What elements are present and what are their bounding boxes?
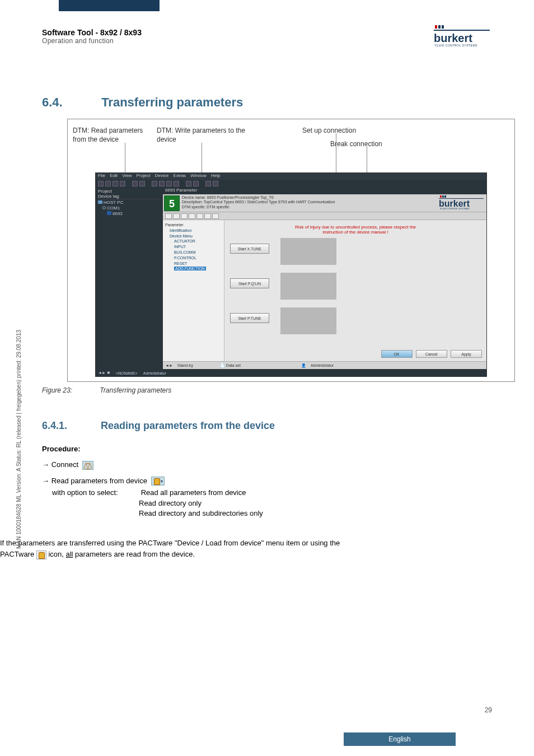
arrow-icon: → xyxy=(42,477,51,485)
burkert-logo: burkert FLUID CONTROL SYSTEMS xyxy=(434,25,490,48)
toolbar-icon[interactable] xyxy=(174,181,179,186)
tree-item[interactable]: ACTUATOR xyxy=(165,239,222,244)
dtm-toolbar xyxy=(163,212,486,220)
menu-project[interactable]: Project xyxy=(137,173,151,178)
menu-help[interactable]: Help xyxy=(211,173,220,178)
tree-item[interactable]: Device Menu xyxy=(165,234,222,239)
figure-caption: Figure 23: Transferring parameters xyxy=(42,386,171,394)
toolbar-icon[interactable] xyxy=(120,181,125,186)
side-metadata: MAN 1000184628 ML Version: A Status: RL … xyxy=(16,330,22,549)
label: Device name: xyxy=(182,195,206,199)
svg-rect-1 xyxy=(438,25,441,29)
svg-rect-7 xyxy=(442,195,444,198)
procedure-heading: Procedure: xyxy=(42,445,263,453)
warning-text: Risk of injury due to uncontrolled proce… xyxy=(230,225,481,235)
read-params-icon[interactable] xyxy=(159,181,165,186)
step-connect: Connect xyxy=(51,460,78,469)
device-desc-value: TopControl Types 8693 / SideControl Type… xyxy=(204,200,335,204)
annot-setup: Set up connection xyxy=(302,127,356,136)
image-placeholder xyxy=(280,307,336,334)
tree-host[interactable]: HOST PC xyxy=(98,200,161,205)
project-panel-header: Project xyxy=(98,189,161,194)
menu-view[interactable]: View xyxy=(122,173,132,178)
menu-extras[interactable]: Extras xyxy=(173,173,186,178)
dtm-tool-icon[interactable] xyxy=(204,213,211,219)
write-params-icon[interactable] xyxy=(166,181,172,186)
ok-button[interactable]: OK xyxy=(381,350,413,358)
parameter-content: Risk of injury due to uncontrolled proce… xyxy=(224,220,486,361)
toolbar-icon[interactable] xyxy=(105,181,111,186)
app-main: 8693 Parameter 5 Device name: 8693 Posit… xyxy=(163,188,486,369)
annot-break: Break connection xyxy=(330,140,382,149)
doc-subtitle: Operation and function xyxy=(42,37,490,45)
tree-root[interactable]: Parameter xyxy=(165,222,222,228)
tree-item[interactable]: P.CONTROL xyxy=(165,255,222,261)
project-col-header: Device tag xyxy=(98,194,161,199)
pactware-load-icon xyxy=(36,550,46,559)
dtm-tool-icon[interactable] xyxy=(173,213,180,219)
language-tab: English xyxy=(344,732,456,746)
toolbar-icon[interactable] xyxy=(132,181,138,186)
main-tab[interactable]: 8693 Parameter xyxy=(163,188,486,194)
subsection-title: Reading parameters from the device xyxy=(101,420,275,431)
menu-window[interactable]: Window xyxy=(190,173,206,178)
subsection-number: 6.4.1. xyxy=(42,420,98,432)
step-read: Read parameters from device xyxy=(51,477,147,485)
dtm-tool-icon[interactable] xyxy=(212,213,219,219)
host-icon xyxy=(98,200,102,204)
svg-rect-8 xyxy=(444,195,446,198)
footer-admin: Administrator xyxy=(143,371,166,375)
status-standby: Stand-by xyxy=(177,363,193,367)
apply-button[interactable]: Apply xyxy=(451,350,482,358)
tree-item[interactable]: BUS.COMM xyxy=(165,250,222,255)
app-toolbar xyxy=(96,180,486,188)
tree-device[interactable]: 8693 xyxy=(98,211,161,216)
toolbar-icon[interactable] xyxy=(98,181,104,186)
figure-label: Figure 23: xyxy=(42,386,98,394)
annot-write: DTM: Write parameters to the device xyxy=(157,127,252,144)
dtm-tool-icon[interactable] xyxy=(181,213,188,219)
figure-text: Transferring parameters xyxy=(100,386,171,394)
svg-rect-2 xyxy=(442,25,444,29)
dtm-tool-icon[interactable] xyxy=(165,213,172,219)
start-pqlin-button[interactable]: Start P.Q'LIN xyxy=(230,278,269,288)
option-2: Read directory only xyxy=(139,499,202,507)
tree-item[interactable]: RESET xyxy=(165,261,222,267)
status-admin: Administrator xyxy=(311,363,334,367)
label: Description: xyxy=(182,200,203,204)
dtm-spec-value: DTM specific xyxy=(207,205,229,209)
tree-com[interactable]: COM1 xyxy=(98,206,161,211)
menu-device[interactable]: Device xyxy=(155,173,168,178)
footer-noname: <NONAME> xyxy=(116,371,138,375)
connect-icon[interactable] xyxy=(205,181,211,186)
toolbar-icon[interactable] xyxy=(186,181,191,186)
dtm-tool-icon[interactable] xyxy=(196,213,203,219)
procedure-step: → Connect xyxy=(42,460,263,470)
device-info-bar: 5 Device name: 8693 Positioner/Processre… xyxy=(163,194,486,212)
toolbar-icon[interactable] xyxy=(152,181,157,186)
app-menubar[interactable]: File Edit View Project Device Extras Win… xyxy=(96,173,486,180)
image-placeholder xyxy=(280,238,336,265)
arrow-icon: → xyxy=(42,460,51,469)
underlined-all: all xyxy=(65,550,73,558)
tree-item[interactable]: Identification xyxy=(165,228,222,234)
tree-item-selected[interactable]: ADD.FUNCTION xyxy=(165,266,222,272)
parameter-tree: Parameter Identification Device Menu ACT… xyxy=(163,220,224,361)
toolbar-icon[interactable] xyxy=(193,181,199,186)
cancel-button[interactable]: Cancel xyxy=(416,350,447,358)
disconnect-icon[interactable] xyxy=(213,181,218,186)
start-xtune-button[interactable]: Start X.TUNE xyxy=(230,244,269,254)
dtm-tool-icon[interactable] xyxy=(189,213,195,219)
active-doc-tab xyxy=(59,0,160,11)
svg-text:burkert: burkert xyxy=(434,32,472,44)
tree-item[interactable]: INPUT xyxy=(165,244,222,250)
dtm-statusbar: ◄► Stand-by 📄 Data set 👤 Administrator xyxy=(163,361,486,369)
callout-line xyxy=(125,143,125,176)
device-icon xyxy=(107,211,111,215)
menu-file[interactable]: File xyxy=(98,173,105,178)
page-number: 29 xyxy=(485,706,492,714)
toolbar-icon[interactable] xyxy=(113,181,118,186)
menu-edit[interactable]: Edit xyxy=(110,173,118,178)
start-ptune-button[interactable]: Start P.TUNE xyxy=(230,313,269,323)
toolbar-icon[interactable] xyxy=(139,181,145,186)
